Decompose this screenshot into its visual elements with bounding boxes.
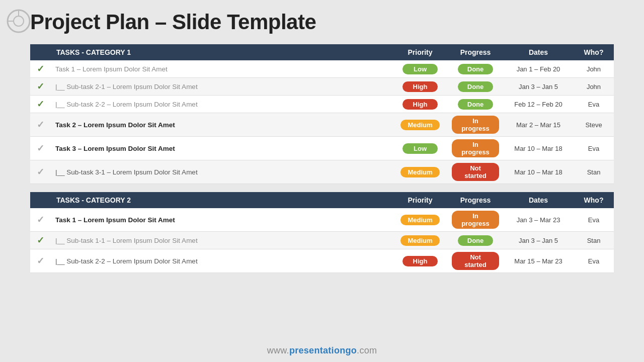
who-cell: John bbox=[574, 78, 614, 96]
progress-badge: Done bbox=[458, 235, 493, 246]
check-header2 bbox=[30, 192, 50, 208]
who-cell: Steve bbox=[574, 113, 614, 137]
priority-cell: High bbox=[392, 96, 448, 113]
footer-highlight: presentationgo bbox=[289, 345, 357, 355]
table-row: ✓ |__ Sub-task 2-1 – Lorem Ipsum Dolor S… bbox=[30, 78, 614, 96]
footer: www.presentationgo.com bbox=[0, 345, 644, 356]
check-cell: ✓ bbox=[30, 96, 50, 113]
category1-header-row: TASKS - CATEGORY 1 Priority Progress Dat… bbox=[30, 44, 614, 60]
cat1-who-header: Who? bbox=[574, 44, 614, 60]
who-cell: Eva bbox=[574, 137, 614, 160]
task-cell: |__ Sub-task 2-2 – Lorem Ipsum Dolor Sit… bbox=[50, 249, 392, 273]
cat2-who-header: Who? bbox=[574, 192, 614, 208]
page-title: Project Plan – Slide Template bbox=[30, 10, 316, 34]
check-cell: ✓ bbox=[30, 137, 50, 160]
task-cell: Task 2 – Lorem Ipsum Dolor Sit Amet bbox=[50, 113, 392, 137]
category2-header-row: TASKS - CATEGORY 2 Priority Progress Dat… bbox=[30, 192, 614, 208]
priority-cell: Low bbox=[392, 60, 448, 78]
priority-badge: Low bbox=[403, 143, 438, 154]
check-cell: ✓ bbox=[30, 113, 50, 137]
dates-cell: Feb 12 – Feb 20 bbox=[503, 96, 574, 113]
progress-cell: Not started bbox=[448, 160, 503, 184]
main-container: Project Plan – Slide Template TASKS - CA… bbox=[0, 0, 644, 286]
task-cell: Task 1 – Lorem Ipsum Dolor Sit Amet bbox=[50, 60, 392, 78]
progress-cell: In progress bbox=[448, 113, 503, 137]
cat1-progress-header: Progress bbox=[448, 44, 503, 60]
who-cell: Eva bbox=[574, 249, 614, 273]
priority-badge: High bbox=[403, 81, 438, 92]
who-cell: Stan bbox=[574, 160, 614, 184]
dates-cell: Jan 3 – Mar 23 bbox=[503, 208, 574, 232]
progress-cell: Not started bbox=[448, 249, 503, 273]
progress-badge: In progress bbox=[452, 211, 499, 229]
cat1-task-header: TASKS - CATEGORY 1 bbox=[50, 44, 392, 60]
priority-badge: Medium bbox=[400, 120, 439, 130]
priority-badge: High bbox=[403, 99, 438, 110]
task-cell: |__ Sub-task 2-1 – Lorem Ipsum Dolor Sit… bbox=[50, 78, 392, 96]
category1-table: TASKS - CATEGORY 1 Priority Progress Dat… bbox=[30, 44, 614, 184]
priority-badge: Low bbox=[403, 64, 438, 74]
priority-badge: Medium bbox=[400, 167, 439, 177]
dates-cell: Mar 10 – Mar 18 bbox=[503, 160, 574, 184]
check-cell: ✓ bbox=[30, 208, 50, 232]
task-cell: |__ Sub-task 2-2 – Lorem Ipsum Dolor Sit… bbox=[50, 96, 392, 113]
progress-badge: Done bbox=[458, 99, 493, 110]
cat2-dates-header: Dates bbox=[503, 192, 574, 208]
priority-cell: Medium bbox=[392, 208, 448, 232]
cat1-dates-header: Dates bbox=[503, 44, 574, 60]
progress-cell: Done bbox=[448, 232, 503, 249]
category1-section: TASKS - CATEGORY 1 Priority Progress Dat… bbox=[30, 44, 614, 184]
dates-cell: Mar 10 – Mar 18 bbox=[503, 137, 574, 160]
dates-cell: Jan 3 – Jan 5 bbox=[503, 232, 574, 249]
progress-cell: Done bbox=[448, 60, 503, 78]
dates-cell: Mar 2 – Mar 15 bbox=[503, 113, 574, 137]
priority-badge: Medium bbox=[400, 215, 439, 225]
task-cell: |__ Sub-task 1-1 – Lorem Ipsum Dolor Sit… bbox=[50, 232, 392, 249]
dates-cell: Jan 1 – Feb 20 bbox=[503, 60, 574, 78]
cat2-progress-header: Progress bbox=[448, 192, 503, 208]
cat1-priority-header: Priority bbox=[392, 44, 448, 60]
table-row: ✓ Task 2 – Lorem Ipsum Dolor Sit Amet Me… bbox=[30, 113, 614, 137]
priority-badge: High bbox=[403, 256, 438, 266]
table-row: ✓ Task 3 – Lorem Ipsum Dolor Sit Amet Lo… bbox=[30, 137, 614, 160]
priority-cell: Low bbox=[392, 137, 448, 160]
progress-badge: Done bbox=[458, 81, 493, 92]
cat2-task-header: TASKS - CATEGORY 2 bbox=[50, 192, 392, 208]
table-row: ✓ Task 1 – Lorem Ipsum Dolor Sit Amet Lo… bbox=[30, 60, 614, 78]
header: Project Plan – Slide Template bbox=[30, 10, 614, 34]
progress-badge: In progress bbox=[452, 116, 499, 134]
task-cell: Task 3 – Lorem Ipsum Dolor Sit Amet bbox=[50, 137, 392, 160]
cat2-priority-header: Priority bbox=[392, 192, 448, 208]
dates-cell: Jan 3 – Jan 5 bbox=[503, 78, 574, 96]
task-cell: Task 1 – Lorem Ipsum Dolor Sit Amet bbox=[50, 208, 392, 232]
check-cell: ✓ bbox=[30, 60, 50, 78]
table-row: ✓ |__ Sub-task 2-2 – Lorem Ipsum Dolor S… bbox=[30, 249, 614, 273]
progress-badge: Done bbox=[458, 64, 493, 74]
progress-cell: Done bbox=[448, 78, 503, 96]
table-row: ✓ |__ Sub-task 2-2 – Lorem Ipsum Dolor S… bbox=[30, 96, 614, 113]
progress-cell: In progress bbox=[448, 208, 503, 232]
check-cell: ✓ bbox=[30, 232, 50, 249]
table-row: ✓ |__ Sub-task 3-1 – Lorem Ipsum Dolor S… bbox=[30, 160, 614, 184]
task-cell: |__ Sub-task 3-1 – Lorem Ipsum Dolor Sit… bbox=[50, 160, 392, 184]
progress-badge: Not started bbox=[452, 252, 499, 270]
priority-cell: Medium bbox=[392, 160, 448, 184]
check-cell: ✓ bbox=[30, 160, 50, 184]
priority-cell: High bbox=[392, 249, 448, 273]
category2-table: TASKS - CATEGORY 2 Priority Progress Dat… bbox=[30, 192, 614, 273]
who-cell: Eva bbox=[574, 208, 614, 232]
progress-badge: In progress bbox=[452, 139, 499, 157]
priority-cell: Medium bbox=[392, 232, 448, 249]
priority-cell: High bbox=[392, 78, 448, 96]
who-cell: Stan bbox=[574, 232, 614, 249]
svg-point-1 bbox=[14, 16, 24, 26]
priority-cell: Medium bbox=[392, 113, 448, 137]
check-cell: ✓ bbox=[30, 78, 50, 96]
table-row: ✓ |__ Sub-task 1-1 – Lorem Ipsum Dolor S… bbox=[30, 232, 614, 249]
progress-cell: In progress bbox=[448, 137, 503, 160]
table-row: ✓ Task 1 – Lorem Ipsum Dolor Sit Amet Me… bbox=[30, 208, 614, 232]
dates-cell: Mar 15 – Mar 23 bbox=[503, 249, 574, 273]
check-cell: ✓ bbox=[30, 249, 50, 273]
progress-cell: Done bbox=[448, 96, 503, 113]
who-cell: John bbox=[574, 60, 614, 78]
